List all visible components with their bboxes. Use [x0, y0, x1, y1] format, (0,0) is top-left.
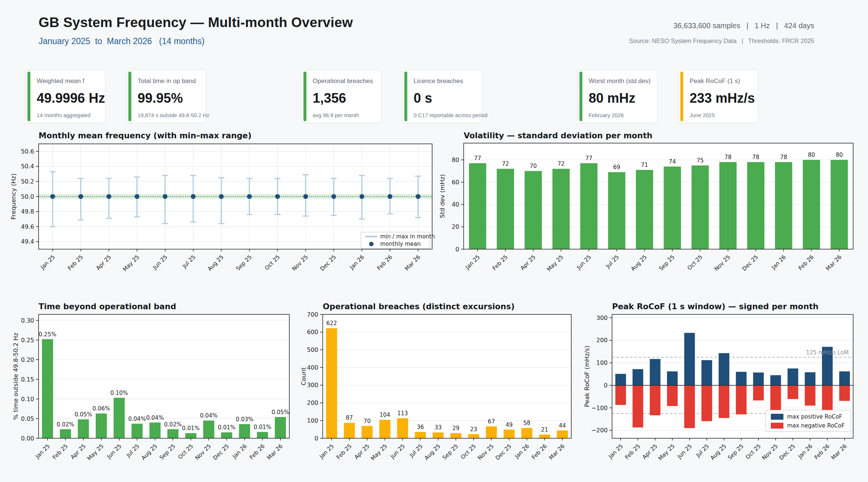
svg-text:Sep 25: Sep 25: [726, 443, 745, 461]
svg-text:Jan 26: Jan 26: [796, 443, 814, 460]
chart-peak-rocof: 125 mHz/s LoMmax positive RoCoFmax negat…: [581, 297, 868, 480]
bar: [42, 339, 53, 438]
svg-text:77: 77: [585, 155, 592, 162]
bar: [486, 426, 497, 438]
svg-text:Jul 25: Jul 25: [125, 443, 141, 459]
chart-svg: 125 mHz/s LoMmax positive RoCoFmax negat…: [581, 297, 868, 480]
svg-text:0.20: 0.20: [21, 356, 34, 363]
svg-text:80: 80: [836, 152, 843, 158]
bar: [344, 423, 355, 438]
kpi-label: Worst month (std dev): [589, 77, 655, 85]
svg-text:104: 104: [379, 412, 390, 418]
bar-negative: [839, 385, 850, 401]
svg-text:87: 87: [346, 415, 353, 421]
svg-text:Apr 25: Apr 25: [95, 254, 112, 271]
bar: [114, 398, 125, 438]
svg-text:74: 74: [669, 158, 676, 165]
bar: [275, 417, 286, 438]
kpi-accent-bar: [128, 72, 131, 121]
kpi-accent-bar: [303, 72, 306, 121]
svg-text:Sep 25: Sep 25: [658, 254, 676, 272]
svg-text:Jul 25: Jul 25: [408, 443, 424, 459]
svg-text:Jun 25: Jun 25: [389, 443, 406, 460]
svg-text:max negative RoCoF: max negative RoCoF: [787, 422, 845, 429]
svg-text:0: 0: [604, 382, 608, 389]
bar: [539, 435, 550, 438]
kpi-value: 99.95%: [138, 90, 204, 106]
svg-text:67: 67: [488, 418, 495, 425]
svg-text:Mar 26: Mar 26: [830, 443, 848, 461]
svg-text:Jun 25: Jun 25: [151, 254, 169, 271]
svg-text:Jun 25: Jun 25: [676, 443, 693, 460]
svg-text:Jan 25: Jan 25: [464, 254, 481, 271]
svg-text:Aug 25: Aug 25: [206, 254, 225, 272]
svg-text:44: 44: [559, 422, 566, 429]
bar: [149, 423, 161, 438]
bar: [504, 430, 515, 438]
svg-text:% time outside 49.8-50.2 Hz: % time outside 49.8-50.2 Hz: [12, 333, 19, 420]
svg-text:80: 80: [808, 152, 815, 158]
kpi-label: Total time in op band: [138, 77, 204, 85]
svg-text:Jul 25: Jul 25: [694, 443, 710, 459]
svg-text:Nov 25: Nov 25: [713, 254, 731, 272]
kpi-card-worst-month-std-dev-: Worst month (std dev)80 mHzFebruary 2026: [577, 70, 657, 123]
svg-text:monthly mean: monthly mean: [380, 241, 421, 247]
bar: [326, 328, 337, 438]
dashboard-page: GB System Frequency — Multi-month Overvi…: [0, 0, 868, 482]
svg-text:Aug 25: Aug 25: [709, 443, 727, 461]
bar: [775, 162, 792, 249]
svg-text:Mar 26: Mar 26: [403, 254, 422, 272]
svg-text:0.05%: 0.05%: [75, 411, 92, 418]
bar: [96, 413, 107, 438]
svg-text:Feb 25: Feb 25: [624, 443, 641, 460]
svg-text:Jan 25: Jan 25: [34, 443, 51, 460]
svg-text:0.01%: 0.01%: [254, 424, 272, 430]
kpi-value: 80 mHz: [589, 90, 655, 106]
bar-positive: [770, 375, 781, 385]
svg-text:Jan 25: Jan 25: [39, 254, 56, 271]
bar: [239, 424, 250, 438]
svg-text:Apr 25: Apr 25: [641, 443, 659, 460]
svg-text:49.4: 49.4: [21, 238, 34, 245]
bar: [379, 420, 391, 438]
kpi-accent-bar: [579, 72, 582, 121]
svg-text:200: 200: [596, 337, 608, 344]
svg-text:Jan 26: Jan 26: [513, 443, 531, 460]
svg-text:Jun 25: Jun 25: [575, 254, 592, 271]
svg-text:May 25: May 25: [369, 443, 389, 462]
bar: [362, 426, 373, 438]
bar: [664, 166, 681, 249]
svg-text:75: 75: [697, 157, 704, 164]
kpi-note: February 2026: [589, 112, 655, 118]
svg-text:50.4: 50.4: [21, 163, 34, 170]
svg-text:Operational breaches (distinct: Operational breaches (distinct excursion…: [323, 302, 514, 311]
bar: [608, 172, 625, 249]
svg-text:0.30: 0.30: [21, 317, 34, 324]
bar: [719, 162, 737, 249]
svg-text:58: 58: [523, 420, 530, 426]
bar: [469, 163, 486, 249]
bar: [691, 165, 709, 249]
svg-text:Volatility — standard deviatio: Volatility — standard deviation per mont…: [464, 131, 652, 140]
kpi-label: Weighted mean f: [37, 77, 103, 85]
chart-monthly-mean-frequency: min / max in monthmonthly mean49.449.649…: [7, 128, 438, 287]
svg-text:Nov 25: Nov 25: [194, 443, 212, 461]
svg-text:600: 600: [307, 329, 318, 336]
svg-text:Oct 25: Oct 25: [686, 254, 704, 271]
kpi-card-weighted-mean-f: Weighted mean f49.9996 Hz14 months aggre…: [25, 70, 105, 123]
chart-svg: 7772707277697174757878788080020406080Jan…: [438, 128, 868, 287]
kpi-value: 49.9996 Hz: [37, 90, 103, 106]
svg-text:0: 0: [315, 435, 318, 442]
svg-text:Mar 26: Mar 26: [266, 443, 284, 461]
svg-text:71: 71: [641, 162, 648, 168]
svg-text:0.10: 0.10: [21, 396, 34, 403]
kpi-value: 233 mHz/s: [690, 90, 756, 106]
svg-text:max positive RoCoF: max positive RoCoF: [787, 413, 842, 420]
kpi-note: avg 96.9 per month: [313, 112, 379, 118]
bar-positive: [736, 372, 747, 385]
bar-positive: [701, 360, 712, 385]
svg-text:Feb 25: Feb 25: [51, 443, 69, 460]
svg-text:400: 400: [307, 364, 318, 371]
svg-text:Jan 26: Jan 26: [231, 443, 248, 460]
svg-text:80: 80: [452, 156, 459, 164]
